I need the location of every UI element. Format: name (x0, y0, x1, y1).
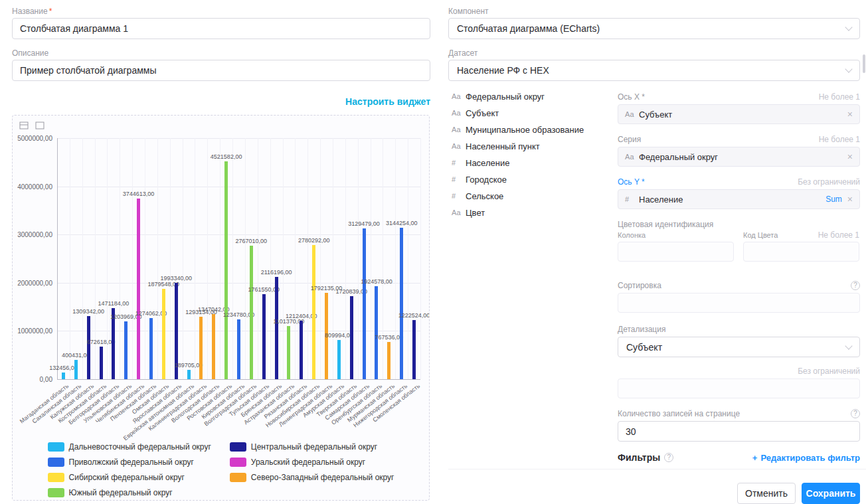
dataset-field-item[interactable]: АаМуниципальное образование (452, 125, 618, 134)
series-section: Серия Не более 1 Аа Федеральный округ × (618, 134, 860, 167)
bar[interactable] (62, 373, 65, 379)
bar[interactable] (350, 296, 353, 379)
number-type-icon: # (625, 195, 634, 203)
filters-help-icon[interactable]: ? (664, 453, 673, 462)
gridline (183, 138, 183, 379)
gridline (170, 138, 171, 379)
dataset-field-item[interactable]: #Городское (452, 175, 618, 184)
bar[interactable] (74, 360, 78, 379)
cancel-button[interactable]: Отменить (737, 483, 796, 504)
bar[interactable] (212, 314, 215, 379)
sorting-dropzone[interactable] (618, 293, 860, 313)
widget-description-input[interactable] (12, 60, 430, 81)
string-type-icon: Аа (452, 109, 461, 117)
bar[interactable] (300, 321, 303, 379)
legend-label: Дальневосточный федеральный округ (69, 442, 211, 452)
bar[interactable] (287, 326, 290, 379)
widget-name-input[interactable] (12, 18, 430, 39)
color-column-dropzone[interactable] (618, 242, 734, 262)
component-select-value: Столбчатая диаграмма (ECharts) (457, 23, 600, 34)
dataset-field-item[interactable]: #Сельское (452, 191, 618, 201)
legend-item[interactable]: Приволжский федеральный округ (48, 458, 211, 467)
bar-value-label: 1924578,00 (361, 278, 392, 285)
gridline (258, 138, 258, 379)
gridline (157, 138, 158, 379)
color-limit-hint: Не более 1 (818, 230, 859, 240)
bar[interactable] (312, 245, 315, 379)
configure-widget-link[interactable]: Настроить виджет (345, 96, 430, 107)
remove-axis-x-field-icon[interactable]: × (847, 110, 853, 119)
detail-select[interactable]: Субъект (618, 337, 860, 357)
dataset-field-item[interactable]: АаНаселенный пункт (452, 141, 618, 151)
bar[interactable] (137, 199, 140, 379)
dataset-field: Датасет Население РФ с HEX (448, 48, 860, 81)
axis-y-dropzone[interactable]: # Население Sum × (618, 189, 860, 209)
dataset-field-item[interactable]: АаЦвет (452, 208, 618, 217)
color-code-dropzone[interactable] (743, 242, 859, 262)
bar[interactable] (199, 317, 203, 379)
dataset-field-item[interactable]: АаФедеральный округ (452, 92, 618, 101)
bar[interactable] (387, 342, 390, 379)
edit-filter-link[interactable]: + Редактировать фильтр (752, 453, 860, 463)
save-button[interactable]: Сохранить (802, 483, 860, 504)
field-name: Муниципальное образование (466, 125, 584, 135)
remove-series-field-icon[interactable]: × (847, 152, 853, 161)
string-type-icon: Аа (452, 142, 461, 150)
filters-title: Фильтры (618, 452, 660, 463)
detail-select-value: Субъект (626, 342, 662, 353)
dataset-select[interactable]: Население РФ с HEX (448, 60, 860, 81)
bar[interactable] (375, 286, 378, 379)
gridline (320, 138, 321, 379)
page-size-help-icon[interactable]: ? (851, 409, 860, 418)
bar[interactable] (262, 294, 266, 379)
series-dropzone[interactable]: Аа Федеральный округ × (618, 147, 860, 167)
gridline (145, 138, 145, 379)
bar-value-label: 672618,00 (87, 339, 116, 345)
legend-item[interactable]: Дальневосточный федеральный округ (48, 442, 211, 452)
number-type-icon: # (452, 192, 461, 200)
bar[interactable] (400, 228, 403, 379)
bar[interactable] (187, 370, 191, 379)
chevron-down-icon (845, 23, 852, 31)
extra-dropzone-section: Без ограничений (618, 366, 860, 398)
scrollbar[interactable] (863, 54, 865, 73)
extra-dropzone[interactable] (618, 378, 860, 398)
component-select[interactable]: Столбчатая диаграмма (ECharts) (448, 18, 860, 39)
bar[interactable] (275, 277, 278, 379)
bar[interactable] (250, 246, 253, 379)
configure-link-row: Настроить виджет (12, 96, 430, 108)
bar[interactable] (87, 316, 90, 379)
remove-axis-y-field-icon[interactable]: × (847, 195, 853, 204)
dataset-field-item[interactable]: #Население (452, 158, 618, 167)
bar[interactable] (100, 347, 103, 379)
aggregation-selector[interactable]: Sum (825, 195, 842, 204)
bar[interactable] (337, 340, 341, 379)
bar-value-label: 3744613,00 (123, 191, 155, 197)
page-size-section: Количество записей на странице ? (618, 408, 860, 442)
page-size-input[interactable] (618, 421, 860, 442)
bar[interactable] (237, 319, 240, 379)
gridline (57, 234, 420, 235)
bar-value-label: 2116196,00 (261, 269, 292, 276)
axis-x-dropzone[interactable]: Аа Субъект × (618, 104, 860, 124)
bar[interactable] (149, 318, 153, 379)
bar[interactable] (162, 289, 165, 379)
axis-y-label: Ось Y * (618, 177, 645, 187)
legend-item[interactable]: Уральский федеральный округ (230, 458, 394, 467)
y-axis-line (57, 138, 58, 379)
bar[interactable] (412, 320, 416, 379)
sorting-help-icon[interactable]: ? (851, 281, 860, 290)
chevron-down-icon (845, 342, 852, 349)
bar[interactable] (363, 228, 366, 379)
legend-item[interactable]: Южный федеральный округ (48, 488, 211, 497)
bar[interactable] (224, 161, 228, 379)
page-size-label: Количество записей на странице (618, 409, 740, 418)
color-identification-label: Цветовая идентификация (618, 220, 713, 229)
legend-item[interactable]: Сибирский федеральный округ (48, 473, 211, 482)
legend-item[interactable]: Северо-Западный федеральный округ (230, 473, 394, 482)
legend-item[interactable]: Центральный федеральный округ (230, 442, 394, 452)
dataset-field-item[interactable]: АаСубъект (452, 108, 618, 118)
dataset-label: Датасет (448, 48, 860, 58)
bar[interactable] (124, 321, 128, 379)
mapping-panes: АаФедеральный округАаСубъектАаМуниципаль… (448, 92, 860, 463)
